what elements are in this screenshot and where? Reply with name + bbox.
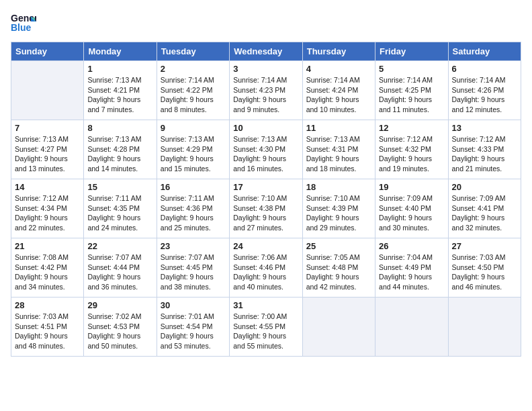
calendar-cell: 19Sunrise: 7:09 AMSunset: 4:40 PMDayligh… [375,179,448,238]
day-number: 3 [233,64,298,74]
cell-info: Sunrise: 7:06 AMSunset: 4:46 PMDaylight:… [233,253,298,292]
day-number: 20 [452,182,517,192]
cell-info: Sunrise: 7:13 AMSunset: 4:31 PMDaylight:… [306,134,371,174]
cell-info: Sunrise: 7:14 AMSunset: 4:23 PMDaylight:… [233,75,298,115]
day-number: 5 [379,64,444,74]
cell-info: Sunrise: 7:08 AMSunset: 4:42 PMDaylight:… [15,253,80,292]
calendar-week-row: 21Sunrise: 7:08 AMSunset: 4:42 PMDayligh… [11,238,521,298]
calendar-cell: 12Sunrise: 7:12 AMSunset: 4:32 PMDayligh… [375,120,448,179]
day-number: 21 [15,241,80,251]
day-number: 27 [452,241,517,251]
day-number: 1 [87,64,152,74]
cell-info: Sunrise: 7:14 AMSunset: 4:22 PMDaylight:… [161,75,226,115]
calendar-cell: 13Sunrise: 7:12 AMSunset: 4:33 PMDayligh… [448,120,521,179]
calendar-week-row: 7Sunrise: 7:13 AMSunset: 4:27 PMDaylight… [11,120,521,179]
day-number: 13 [452,123,517,133]
calendar-cell: 22Sunrise: 7:07 AMSunset: 4:44 PMDayligh… [84,238,157,298]
calendar-cell: 24Sunrise: 7:06 AMSunset: 4:46 PMDayligh… [230,238,302,298]
day-number: 17 [233,182,298,192]
calendar-week-row: 1Sunrise: 7:13 AMSunset: 4:21 PMDaylight… [11,61,521,120]
cell-info: Sunrise: 7:07 AMSunset: 4:45 PMDaylight:… [161,253,226,292]
header-wednesday: Wednesday [230,42,302,61]
cell-info: Sunrise: 7:14 AMSunset: 4:26 PMDaylight:… [452,75,517,115]
day-number: 8 [87,123,152,133]
calendar-cell: 4Sunrise: 7:14 AMSunset: 4:24 PMDaylight… [302,61,375,120]
calendar-cell: 2Sunrise: 7:14 AMSunset: 4:22 PMDaylight… [157,61,229,120]
day-number: 30 [161,300,226,310]
cell-info: Sunrise: 7:09 AMSunset: 4:40 PMDaylight:… [379,193,444,233]
header-saturday: Saturday [448,42,521,61]
calendar-cell: 27Sunrise: 7:03 AMSunset: 4:50 PMDayligh… [448,238,521,298]
calendar-cell: 26Sunrise: 7:04 AMSunset: 4:49 PMDayligh… [375,238,448,298]
cell-info: Sunrise: 7:09 AMSunset: 4:41 PMDaylight:… [452,193,517,233]
day-number: 19 [379,182,444,192]
cell-info: Sunrise: 7:10 AMSunset: 4:39 PMDaylight:… [306,193,371,233]
calendar-cell: 20Sunrise: 7:09 AMSunset: 4:41 PMDayligh… [448,179,521,238]
header-sunday: Sunday [11,42,84,61]
cell-info: Sunrise: 7:13 AMSunset: 4:30 PMDaylight:… [233,134,298,174]
calendar-cell: 17Sunrise: 7:10 AMSunset: 4:38 PMDayligh… [230,179,302,238]
calendar-cell: 30Sunrise: 7:01 AMSunset: 4:54 PMDayligh… [157,298,229,357]
day-number: 4 [306,64,371,74]
calendar-cell: 9Sunrise: 7:13 AMSunset: 4:29 PMDaylight… [157,120,229,179]
cell-info: Sunrise: 7:13 AMSunset: 4:21 PMDaylight:… [87,75,152,115]
logo: General Blue [11,11,36,36]
calendar-week-row: 14Sunrise: 7:12 AMSunset: 4:34 PMDayligh… [11,179,521,238]
calendar-header-row: SundayMondayTuesdayWednesdayThursdayFrid… [11,42,521,61]
header-monday: Monday [84,42,157,61]
day-number: 7 [15,123,80,133]
cell-info: Sunrise: 7:03 AMSunset: 4:51 PMDaylight:… [15,312,80,351]
calendar-table: SundayMondayTuesdayWednesdayThursdayFrid… [11,42,521,357]
day-number: 29 [87,300,152,310]
day-number: 31 [233,300,298,310]
general-blue-logo-icon: General Blue [11,11,36,36]
calendar-cell: 15Sunrise: 7:11 AMSunset: 4:35 PMDayligh… [84,179,157,238]
calendar-cell: 16Sunrise: 7:11 AMSunset: 4:36 PMDayligh… [157,179,229,238]
calendar-cell: 5Sunrise: 7:14 AMSunset: 4:25 PMDaylight… [375,61,448,120]
day-number: 14 [15,182,80,192]
day-number: 11 [306,123,371,133]
cell-info: Sunrise: 7:13 AMSunset: 4:29 PMDaylight:… [161,134,226,174]
calendar-cell: 25Sunrise: 7:05 AMSunset: 4:48 PMDayligh… [302,238,375,298]
calendar-cell: 28Sunrise: 7:03 AMSunset: 4:51 PMDayligh… [11,298,84,357]
cell-info: Sunrise: 7:04 AMSunset: 4:49 PMDaylight:… [379,253,444,292]
header-friday: Friday [375,42,448,61]
day-number: 6 [452,64,517,74]
calendar-cell: 6Sunrise: 7:14 AMSunset: 4:26 PMDaylight… [448,61,521,120]
day-number: 18 [306,182,371,192]
day-number: 26 [379,241,444,251]
calendar-cell [302,298,375,357]
calendar-cell: 7Sunrise: 7:13 AMSunset: 4:27 PMDaylight… [11,120,84,179]
day-number: 23 [161,241,226,251]
day-number: 16 [161,182,226,192]
header-tuesday: Tuesday [157,42,229,61]
cell-info: Sunrise: 7:11 AMSunset: 4:35 PMDaylight:… [87,193,152,233]
cell-info: Sunrise: 7:02 AMSunset: 4:53 PMDaylight:… [87,312,152,351]
cell-info: Sunrise: 7:01 AMSunset: 4:54 PMDaylight:… [161,312,226,351]
cell-info: Sunrise: 7:07 AMSunset: 4:44 PMDaylight:… [87,253,152,292]
calendar-week-row: 28Sunrise: 7:03 AMSunset: 4:51 PMDayligh… [11,298,521,357]
calendar-cell: 8Sunrise: 7:13 AMSunset: 4:28 PMDaylight… [84,120,157,179]
calendar-cell: 11Sunrise: 7:13 AMSunset: 4:31 PMDayligh… [302,120,375,179]
cell-info: Sunrise: 7:05 AMSunset: 4:48 PMDaylight:… [306,253,371,292]
cell-info: Sunrise: 7:14 AMSunset: 4:25 PMDaylight:… [379,75,444,115]
cell-info: Sunrise: 7:03 AMSunset: 4:50 PMDaylight:… [452,253,517,292]
calendar-cell: 1Sunrise: 7:13 AMSunset: 4:21 PMDaylight… [84,61,157,120]
calendar-cell [375,298,448,357]
cell-info: Sunrise: 7:11 AMSunset: 4:36 PMDaylight:… [161,193,226,233]
cell-info: Sunrise: 7:10 AMSunset: 4:38 PMDaylight:… [233,193,298,233]
calendar-cell: 21Sunrise: 7:08 AMSunset: 4:42 PMDayligh… [11,238,84,298]
cell-info: Sunrise: 7:12 AMSunset: 4:34 PMDaylight:… [15,193,80,233]
calendar-cell [448,298,521,357]
page-header: General Blue [11,11,521,36]
day-number: 9 [161,123,226,133]
calendar-cell: 29Sunrise: 7:02 AMSunset: 4:53 PMDayligh… [84,298,157,357]
cell-info: Sunrise: 7:12 AMSunset: 4:33 PMDaylight:… [452,134,517,174]
calendar-cell: 18Sunrise: 7:10 AMSunset: 4:39 PMDayligh… [302,179,375,238]
cell-info: Sunrise: 7:13 AMSunset: 4:28 PMDaylight:… [87,134,152,174]
calendar-cell: 14Sunrise: 7:12 AMSunset: 4:34 PMDayligh… [11,179,84,238]
day-number: 15 [87,182,152,192]
calendar-cell [11,61,84,120]
calendar-cell: 23Sunrise: 7:07 AMSunset: 4:45 PMDayligh… [157,238,229,298]
cell-info: Sunrise: 7:13 AMSunset: 4:27 PMDaylight:… [15,134,80,174]
